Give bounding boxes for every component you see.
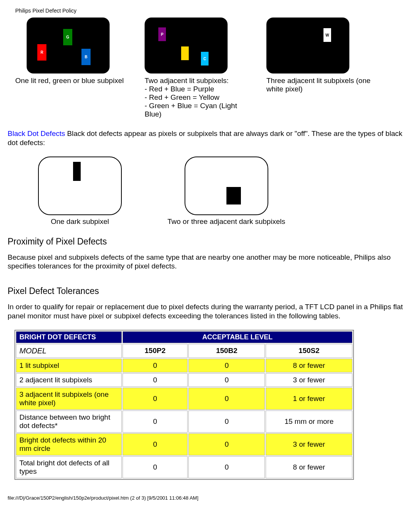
row-value: 0 (123, 373, 188, 387)
black-dot-defects-text: Black dot defects appear as pixels or su… (8, 129, 402, 147)
model-1: 150B2 (188, 344, 265, 358)
row-value: 0 (123, 433, 188, 455)
row-value: 8 or fewer (266, 359, 352, 372)
table-model-row: MODEL 150P2 150B2 150S2 (16, 344, 352, 358)
row-label: Total bright dot defects of all types (16, 456, 122, 478)
row-label: 1 lit subpixel (16, 359, 122, 372)
caption-dark-2: Two or three adjacent dark subpixels (167, 217, 285, 226)
subpixel-cyan: C (201, 52, 209, 66)
caption-lit-2-line1: Two adjacent lit subpixels: (145, 77, 255, 85)
model-2: 150S2 (266, 344, 352, 358)
black-dot-defects-link[interactable]: Black Dot Defects (8, 129, 65, 137)
screen-rgb: R G B (27, 18, 110, 73)
dark-subpixel-multi (226, 187, 241, 204)
model-label: MODEL (16, 344, 122, 358)
page-footer: file:///D|/Grace/150P2/english/150p2e/pr… (8, 495, 403, 501)
tolerances-text: In order to qualify for repair or replac… (8, 302, 403, 321)
table-header-1: BRIGHT DOT DEFECTS (16, 331, 122, 343)
lit-col-2: P Y C Two adjacent lit subpixels: - Red … (145, 18, 255, 118)
caption-lit-2-line2: - Red + Blue = Purple (145, 85, 255, 93)
table-row: Bright dot defects within 20 mm circle00… (16, 433, 352, 455)
model-0: 150P2 (123, 344, 188, 358)
row-label: 3 adjacent lit subpixels (one white pixe… (16, 388, 122, 410)
row-value: 0 (188, 411, 265, 433)
screen-dark-1 (38, 157, 122, 215)
caption-lit-2-line4: - Green + Blue = Cyan (Light Blue) (145, 102, 255, 118)
row-value: 0 (123, 456, 188, 478)
table-row: Distance between two bright dot defects*… (16, 411, 352, 433)
row-value: 0 (123, 411, 188, 433)
subpixel-yellow: Y (181, 46, 189, 60)
table-row: 3 adjacent lit subpixels (one white pixe… (16, 388, 352, 410)
proximity-heading: Proximity of Pixel Defects (8, 236, 403, 247)
row-value: 0 (188, 456, 265, 478)
row-label: Bright dot defects within 20 mm circle (16, 433, 122, 455)
table-row: 2 adjacent lit subpixels003 or fewer (16, 373, 352, 387)
row-value: 0 (123, 388, 188, 410)
bright-dot-defects-table: BRIGHT DOT DEFECTS ACCEPTABLE LEVEL MODE… (14, 330, 354, 480)
subpixel-green: G (63, 29, 72, 45)
row-label: Distance between two bright dot defects* (16, 411, 122, 433)
row-value: 15 mm or more (266, 411, 352, 433)
screen-white: W (266, 18, 349, 73)
subpixel-white: W (323, 28, 331, 42)
screen-dark-2 (185, 157, 268, 215)
caption-lit-2-line3: - Red + Green = Yellow (145, 93, 255, 102)
caption-dark-1: One dark subpixel (51, 217, 109, 226)
row-value: 8 or fewer (266, 456, 352, 478)
subpixel-red: R (37, 44, 46, 61)
tolerances-heading: Pixel Defect Tolerances (8, 286, 403, 296)
screen-pyc: P Y C (145, 18, 228, 73)
row-value: 0 (188, 359, 265, 372)
row-label: 2 adjacent lit subpixels (16, 373, 122, 387)
table-header-row: BRIGHT DOT DEFECTS ACCEPTABLE LEVEL (16, 331, 352, 343)
subpixel-purple: P (158, 27, 166, 41)
table-row: Total bright dot defects of all types008… (16, 456, 352, 478)
row-value: 0 (123, 359, 188, 372)
proximity-text: Because pixel and subpixels defects of t… (8, 253, 403, 271)
row-value: 0 (188, 433, 265, 455)
lit-col-1: R G B One lit red, green or blue subpixe… (27, 18, 133, 118)
page-header: Philips Pixel Defect Policy (15, 8, 403, 14)
table-row: 1 lit subpixel008 or fewer (16, 359, 352, 372)
row-value: 0 (188, 388, 265, 410)
lit-col-3: W Three adjacent lit subpixels (one whit… (266, 18, 373, 118)
caption-lit-3: Three adjacent lit subpixels (one white … (266, 77, 373, 93)
black-dot-defects-paragraph: Black Dot Defects Black dot defects appe… (8, 129, 403, 147)
subpixel-blue: B (81, 49, 91, 65)
caption-lit-2: Two adjacent lit subpixels: - Red + Blue… (145, 77, 255, 118)
row-value: 3 or fewer (266, 433, 352, 455)
caption-lit-1: One lit red, green or blue subpixel (15, 77, 133, 85)
table-header-2: ACCEPTABLE LEVEL (123, 331, 352, 343)
dark-subpixel-single (73, 162, 81, 181)
row-value: 0 (188, 373, 265, 387)
row-value: 1 or fewer (266, 388, 352, 410)
dark-subpixel-illustrations: One dark subpixel Two or three adjacent … (38, 157, 403, 226)
row-value: 3 or fewer (266, 373, 352, 387)
lit-subpixel-illustrations: R G B One lit red, green or blue subpixe… (27, 18, 403, 118)
dark-col-2: Two or three adjacent dark subpixels (167, 157, 285, 226)
dark-col-1: One dark subpixel (38, 157, 122, 226)
